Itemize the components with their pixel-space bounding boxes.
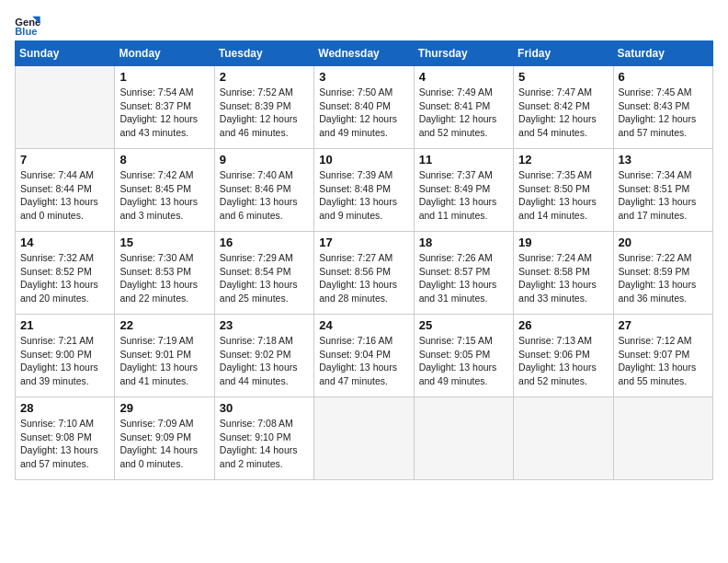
calendar-cell (613, 397, 712, 480)
day-number: 4 (419, 70, 508, 84)
day-number: 11 (419, 153, 508, 167)
day-number: 10 (319, 153, 408, 167)
calendar-table: SundayMondayTuesdayWednesdayThursdayFrid… (15, 40, 713, 480)
cell-info: Sunrise: 7:08 AMSunset: 9:10 PMDaylight:… (220, 417, 309, 471)
cell-info: Sunrise: 7:16 AMSunset: 9:04 PMDaylight:… (319, 334, 408, 388)
cell-info: Sunrise: 7:21 AMSunset: 9:00 PMDaylight:… (20, 334, 109, 388)
day-number: 29 (119, 401, 209, 415)
day-number: 20 (619, 236, 708, 249)
calendar-cell: 30 Sunrise: 7:08 AMSunset: 9:10 PMDaylig… (214, 397, 313, 480)
calendar-cell: 12 Sunrise: 7:35 AMSunset: 8:50 PMDaylig… (514, 149, 613, 232)
day-number: 8 (119, 153, 209, 167)
calendar-cell (414, 397, 513, 480)
day-number: 26 (518, 318, 608, 332)
calendar-cell: 16 Sunrise: 7:29 AMSunset: 8:54 PMDaylig… (214, 232, 313, 315)
calendar-cell: 7 Sunrise: 7:44 AMSunset: 8:44 PMDayligh… (16, 149, 115, 232)
cell-info: Sunrise: 7:52 AMSunset: 8:39 PMDaylight:… (220, 86, 309, 140)
calendar-cell: 14 Sunrise: 7:32 AMSunset: 8:52 PMDaylig… (16, 232, 115, 315)
day-header-friday: Friday (514, 41, 613, 66)
day-header-wednesday: Wednesday (314, 41, 414, 66)
cell-info: Sunrise: 7:40 AMSunset: 8:46 PMDaylight:… (220, 168, 309, 223)
calendar-cell: 11 Sunrise: 7:37 AMSunset: 8:49 PMDaylig… (414, 149, 513, 232)
day-header-sunday: Sunday (16, 41, 115, 66)
cell-info: Sunrise: 7:47 AMSunset: 8:42 PMDaylight:… (518, 86, 608, 140)
day-number: 16 (220, 236, 309, 249)
calendar-cell: 19 Sunrise: 7:24 AMSunset: 8:58 PMDaylig… (514, 232, 613, 315)
calendar-cell: 15 Sunrise: 7:30 AMSunset: 8:53 PMDaylig… (115, 232, 214, 315)
day-number: 23 (220, 318, 309, 332)
day-number: 15 (119, 236, 209, 249)
cell-info: Sunrise: 7:44 AMSunset: 8:44 PMDaylight:… (20, 168, 109, 223)
day-number: 28 (20, 401, 109, 415)
logo-icon: General Blue (15, 15, 40, 37)
day-number: 5 (518, 70, 608, 84)
day-number: 24 (319, 318, 408, 332)
cell-info: Sunrise: 7:26 AMSunset: 8:57 PMDaylight:… (419, 251, 508, 305)
day-number: 13 (619, 153, 708, 167)
day-number: 3 (319, 70, 408, 84)
week-row-5: 28 Sunrise: 7:10 AMSunset: 9:08 PMDaylig… (16, 397, 713, 480)
calendar-cell: 25 Sunrise: 7:15 AMSunset: 9:05 PMDaylig… (414, 315, 513, 397)
logo: General Blue (15, 15, 44, 37)
calendar-cell: 22 Sunrise: 7:19 AMSunset: 9:01 PMDaylig… (115, 315, 214, 397)
day-number: 19 (518, 236, 608, 249)
day-number: 22 (119, 318, 209, 332)
calendar-cell: 21 Sunrise: 7:21 AMSunset: 9:00 PMDaylig… (16, 315, 115, 397)
week-row-4: 21 Sunrise: 7:21 AMSunset: 9:00 PMDaylig… (16, 315, 713, 397)
week-row-1: 1 Sunrise: 7:54 AMSunset: 8:37 PMDayligh… (16, 66, 713, 149)
cell-info: Sunrise: 7:39 AMSunset: 8:48 PMDaylight:… (319, 168, 408, 223)
calendar-cell: 2 Sunrise: 7:52 AMSunset: 8:39 PMDayligh… (214, 66, 313, 149)
cell-info: Sunrise: 7:30 AMSunset: 8:53 PMDaylight:… (119, 251, 209, 305)
calendar-cell: 17 Sunrise: 7:27 AMSunset: 8:56 PMDaylig… (314, 232, 414, 315)
calendar-cell: 13 Sunrise: 7:34 AMSunset: 8:51 PMDaylig… (613, 149, 712, 232)
svg-text:Blue: Blue (15, 26, 37, 37)
day-header-monday: Monday (115, 41, 214, 66)
cell-info: Sunrise: 7:32 AMSunset: 8:52 PMDaylight:… (20, 251, 109, 305)
calendar-cell: 23 Sunrise: 7:18 AMSunset: 9:02 PMDaylig… (214, 315, 313, 397)
calendar-cell: 27 Sunrise: 7:12 AMSunset: 9:07 PMDaylig… (613, 315, 712, 397)
calendar-cell: 1 Sunrise: 7:54 AMSunset: 8:37 PMDayligh… (115, 66, 214, 149)
calendar-cell: 3 Sunrise: 7:50 AMSunset: 8:40 PMDayligh… (314, 66, 414, 149)
cell-info: Sunrise: 7:12 AMSunset: 9:07 PMDaylight:… (619, 334, 708, 388)
day-number: 1 (119, 70, 209, 84)
cell-info: Sunrise: 7:24 AMSunset: 8:58 PMDaylight:… (518, 251, 608, 305)
cell-info: Sunrise: 7:15 AMSunset: 9:05 PMDaylight:… (419, 334, 508, 388)
cell-info: Sunrise: 7:27 AMSunset: 8:56 PMDaylight:… (319, 251, 408, 305)
day-header-saturday: Saturday (613, 41, 712, 66)
day-number: 18 (419, 236, 508, 249)
calendar-cell: 26 Sunrise: 7:13 AMSunset: 9:06 PMDaylig… (514, 315, 613, 397)
day-number: 30 (220, 401, 309, 415)
day-number: 12 (518, 153, 608, 167)
calendar-cell: 5 Sunrise: 7:47 AMSunset: 8:42 PMDayligh… (514, 66, 613, 149)
cell-info: Sunrise: 7:35 AMSunset: 8:50 PMDaylight:… (518, 168, 608, 223)
cell-info: Sunrise: 7:45 AMSunset: 8:43 PMDaylight:… (619, 86, 708, 140)
cell-info: Sunrise: 7:34 AMSunset: 8:51 PMDaylight:… (619, 168, 708, 223)
calendar-cell: 18 Sunrise: 7:26 AMSunset: 8:57 PMDaylig… (414, 232, 513, 315)
calendar-cell (314, 397, 414, 480)
calendar-cell: 29 Sunrise: 7:09 AMSunset: 9:09 PMDaylig… (115, 397, 214, 480)
day-header-tuesday: Tuesday (214, 41, 313, 66)
cell-info: Sunrise: 7:49 AMSunset: 8:41 PMDaylight:… (419, 86, 508, 140)
cell-info: Sunrise: 7:29 AMSunset: 8:54 PMDaylight:… (220, 251, 309, 305)
week-row-3: 14 Sunrise: 7:32 AMSunset: 8:52 PMDaylig… (16, 232, 713, 315)
calendar-cell: 8 Sunrise: 7:42 AMSunset: 8:45 PMDayligh… (115, 149, 214, 232)
day-number: 25 (419, 318, 508, 332)
day-number: 21 (20, 318, 109, 332)
cell-info: Sunrise: 7:18 AMSunset: 9:02 PMDaylight:… (220, 334, 309, 388)
calendar-cell: 9 Sunrise: 7:40 AMSunset: 8:46 PMDayligh… (214, 149, 313, 232)
day-number: 2 (220, 70, 309, 84)
cell-info: Sunrise: 7:13 AMSunset: 9:06 PMDaylight:… (518, 334, 608, 388)
cell-info: Sunrise: 7:10 AMSunset: 9:08 PMDaylight:… (20, 417, 109, 471)
calendar-cell: 4 Sunrise: 7:49 AMSunset: 8:41 PMDayligh… (414, 66, 513, 149)
cell-info: Sunrise: 7:09 AMSunset: 9:09 PMDaylight:… (119, 417, 209, 471)
day-number: 27 (619, 318, 708, 332)
day-header-thursday: Thursday (414, 41, 513, 66)
calendar-cell (514, 397, 613, 480)
calendar-cell: 28 Sunrise: 7:10 AMSunset: 9:08 PMDaylig… (16, 397, 115, 480)
cell-info: Sunrise: 7:22 AMSunset: 8:59 PMDaylight:… (619, 251, 708, 305)
cell-info: Sunrise: 7:54 AMSunset: 8:37 PMDaylight:… (119, 86, 209, 140)
cell-info: Sunrise: 7:50 AMSunset: 8:40 PMDaylight:… (319, 86, 408, 140)
calendar-cell: 20 Sunrise: 7:22 AMSunset: 8:59 PMDaylig… (613, 232, 712, 315)
cell-info: Sunrise: 7:37 AMSunset: 8:49 PMDaylight:… (419, 168, 508, 223)
calendar-cell: 24 Sunrise: 7:16 AMSunset: 9:04 PMDaylig… (314, 315, 414, 397)
